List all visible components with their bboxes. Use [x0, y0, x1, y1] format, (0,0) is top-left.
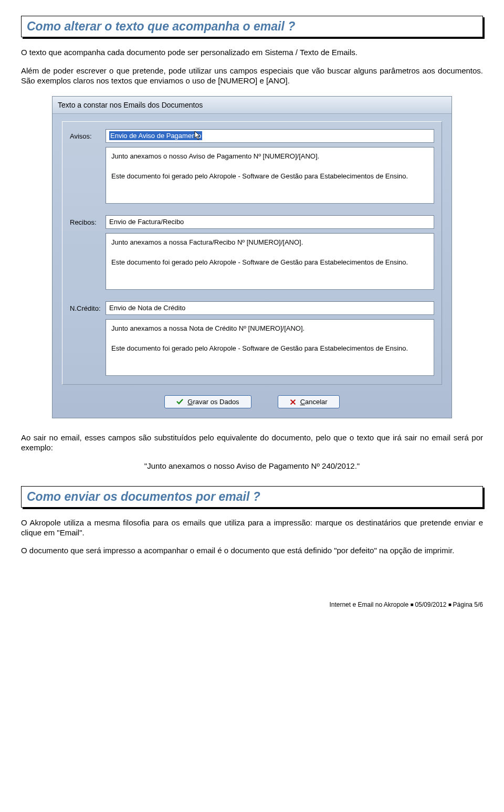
check-icon: [176, 398, 183, 405]
textarea-line: Este documento foi gerado pelo Akropole …: [111, 344, 428, 354]
avisos-label: Avisos:: [70, 132, 106, 140]
separator-icon: ■: [448, 602, 453, 607]
settings-panel: Avisos: Envio de Aviso de Pagamento Junt…: [62, 121, 442, 385]
window-title: Texto a constar nos Emails dos Documento…: [52, 97, 452, 114]
cancel-button[interactable]: Cancelar: [278, 395, 340, 408]
ncredito-body-textarea[interactable]: Junto anexamos a nossa Nota de Crédito N…: [106, 319, 434, 376]
paragraph: O documento que será impresso a acompanh…: [21, 546, 483, 556]
footer-title: Internet e Email no Akropole: [329, 601, 408, 608]
ncredito-label: N.Crédito:: [70, 304, 106, 312]
avisos-subject-input[interactable]: Envio de Aviso de Pagamento: [106, 129, 434, 143]
paragraph: O Akropole utiliza a mesma filosofia par…: [21, 518, 483, 538]
cancel-button-label: Cancelar: [300, 398, 328, 406]
page-footer: Internet e Email no Akropole ■ 05/09/201…: [0, 575, 504, 615]
paragraph: O texto que acompanha cada documento pod…: [21, 48, 483, 58]
close-icon: [290, 399, 296, 405]
textarea-line: Este documento foi gerado pelo Akropole …: [111, 258, 428, 268]
recibos-body-textarea[interactable]: Junto anexamos a nossa Factura/Recibo Nº…: [106, 233, 434, 290]
footer-page: Página 5/6: [453, 601, 483, 608]
paragraph: Além de poder escrever o que pretende, p…: [21, 66, 483, 86]
example-quote: "Junto anexamos o nosso Aviso de Pagamen…: [21, 461, 483, 470]
ncredito-subject-input[interactable]: Envio de Nota de Crédito: [106, 301, 434, 315]
heading-alter-email-text: Como alterar o texto que acompanha o ema…: [21, 16, 483, 37]
save-button-label: Gravar os Dados: [187, 398, 239, 406]
save-button[interactable]: Gravar os Dados: [164, 395, 251, 408]
avisos-body-textarea[interactable]: Junto anexamos o nosso Aviso de Pagament…: [106, 147, 434, 204]
paragraph: Ao sair no email, esses campos são subst…: [21, 433, 483, 453]
textarea-line: Junto anexamos a nossa Nota de Crédito N…: [111, 324, 428, 334]
footer-date: 05/09/2012: [415, 601, 446, 608]
recibos-subject-input[interactable]: Envio de Factura/Recibo: [106, 215, 434, 229]
email-text-settings-window: Texto a constar nos Emails dos Documento…: [52, 96, 452, 418]
textarea-line: Junto anexamos o nosso Aviso de Pagament…: [111, 152, 428, 162]
recibos-label: Recibos:: [70, 218, 106, 226]
heading-send-documents: Como enviar os documentos por email ?: [21, 486, 483, 508]
textarea-line: Este documento foi gerado pelo Akropole …: [111, 172, 428, 182]
textarea-line: Junto anexamos a nossa Factura/Recibo Nº…: [111, 238, 428, 248]
